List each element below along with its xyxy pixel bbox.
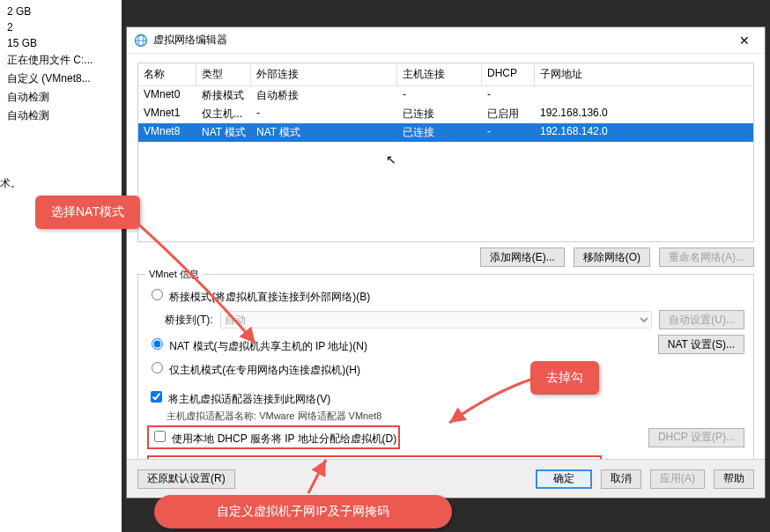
cancel-button[interactable]: 取消	[601, 469, 641, 489]
rename-network-button: 重命名网络(A)...	[659, 248, 754, 267]
bridge-radio[interactable]: 桥接模式(将虚拟机直接连接到外部网络)(B)	[147, 286, 370, 305]
table-row[interactable]: VMnet8NAT 模式NAT 模式已连接-192.168.142.0	[138, 123, 753, 142]
bridge-radio-row: 桥接模式(将虚拟机直接连接到外部网络)(B)	[147, 284, 744, 307]
callout-subnet: 自定义虚拟机子网IP及子网掩码	[154, 495, 452, 528]
table-header: 名称 类型 外部连接 主机连接 DHCP 子网地址	[138, 63, 753, 86]
bg-foot: 术。	[0, 176, 21, 191]
dialog-button-bar: 还原默认设置(R) 确定 取消 应用(A) 帮助	[127, 459, 765, 498]
app-icon	[134, 33, 148, 48]
dhcp-settings-button: DHCP 设置(P)...	[648, 428, 744, 447]
col-name[interactable]: 名称	[138, 63, 196, 85]
col-dhcp[interactable]: DHCP	[482, 63, 535, 85]
table-row[interactable]: VMnet0桥接模式自动桥接--	[138, 86, 753, 105]
bg-item: 自动检测	[7, 107, 115, 125]
vmnet-info-legend: VMnet 信息	[145, 268, 203, 281]
remove-network-button[interactable]: 移除网络(O)	[574, 248, 650, 267]
background-panel: 2 GB215 GB正在使用文件 C:...自定义 (VMnet8...自动检测…	[0, 0, 122, 532]
virtual-network-editor-dialog: 虚拟网络编辑器 ✕ 名称 类型 外部连接 主机连接 DHCP 子网地址 VMne…	[126, 26, 766, 499]
adapter-name-row: 主机虚拟适配器名称: VMware 网络适配器 VMnet8	[147, 410, 744, 423]
bg-item: 2 GB	[7, 4, 115, 19]
close-button[interactable]: ✕	[731, 33, 758, 48]
col-type[interactable]: 类型	[196, 63, 251, 85]
bridge-to-select: 自动	[220, 311, 653, 329]
col-ext[interactable]: 外部连接	[251, 63, 397, 85]
dhcp-checkbox[interactable]: 使用本地 DHCP 服务将 IP 地址分配给虚拟机(D)	[151, 428, 396, 447]
callout-select-nat: 选择NAT模式	[35, 196, 140, 229]
vmnet-info-group: VMnet 信息 桥接模式(将虚拟机直接连接到外部网络)(B) 桥接到(T): …	[137, 274, 754, 488]
table-row[interactable]: VMnet1仅主机...-已连接已启用192.168.136.0	[138, 105, 753, 123]
bg-item: 2	[7, 19, 115, 35]
networks-table[interactable]: 名称 类型 外部连接 主机连接 DHCP 子网地址 VMnet0桥接模式自动桥接…	[137, 63, 754, 242]
apply-button: 应用(A)	[650, 469, 705, 489]
nat-radio[interactable]: NAT 模式(与虚拟机共享主机的 IP 地址)(N)	[147, 336, 367, 354]
bg-item: 自动检测	[7, 88, 115, 107]
host-connect-checkbox[interactable]: 将主机虚拟适配器连接到此网络(V)	[147, 388, 330, 407]
nat-settings-button[interactable]: NAT 设置(S)...	[658, 335, 744, 354]
col-sub[interactable]: 子网地址	[535, 63, 753, 85]
col-host[interactable]: 主机连接	[397, 63, 482, 85]
restore-defaults-button[interactable]: 还原默认设置(R)	[137, 469, 235, 489]
ok-button[interactable]: 确定	[536, 469, 592, 489]
titlebar: 虚拟网络编辑器 ✕	[127, 27, 765, 54]
auto-bridge-button: 自动设置(U)...	[659, 310, 744, 329]
bg-item: 15 GB	[7, 35, 115, 51]
help-button[interactable]: 帮助	[714, 469, 754, 489]
bridge-to-label: 桥接到(T):	[165, 313, 213, 328]
bg-item: 正在使用文件 C:...	[7, 51, 115, 70]
bg-item: 自定义 (VMnet8...	[7, 70, 115, 88]
dialog-title: 虚拟网络编辑器	[153, 33, 227, 48]
callout-uncheck: 去掉勾	[530, 361, 599, 395]
add-network-button[interactable]: 添加网络(E)...	[480, 248, 565, 267]
hostonly-radio[interactable]: 仅主机模式(在专用网络内连接虚拟机)(H)	[147, 359, 360, 378]
